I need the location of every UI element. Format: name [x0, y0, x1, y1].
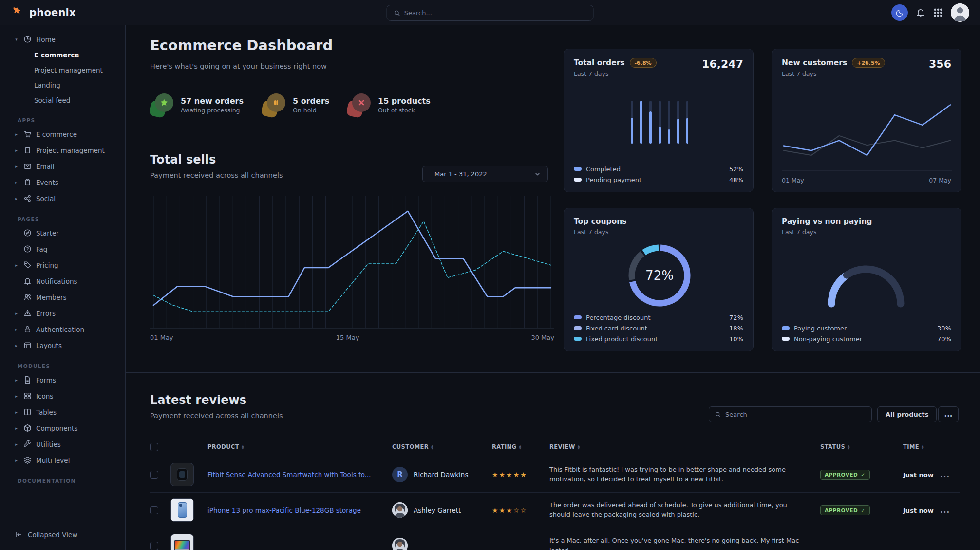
sidebar-item-layouts[interactable]: ▸Layouts	[0, 337, 125, 353]
card-title: Total orders	[574, 58, 625, 67]
sidebar-item-label: Events	[36, 179, 58, 186]
stat-icon-wrap	[262, 93, 285, 117]
date-range-select[interactable]: Mar 1 - 31, 2022	[422, 166, 548, 182]
stat-out-of-stock: 15 productsOut of stock	[347, 93, 431, 117]
star-icon	[155, 93, 173, 112]
column-label: TIME	[903, 443, 919, 450]
customer-avatar	[392, 502, 408, 518]
select-all-checkbox[interactable]	[150, 443, 158, 451]
sidebar-item-errors[interactable]: ▸Errors	[0, 305, 125, 321]
reviews-more-button[interactable]: ...	[938, 406, 959, 422]
caret-right-icon: ▸	[14, 394, 19, 399]
sidebar-item-members[interactable]: Members	[0, 289, 125, 305]
sidebar-item-components[interactable]: ▸Components	[0, 420, 125, 436]
grid4-icon	[23, 392, 32, 400]
reviews-search[interactable]	[709, 406, 872, 422]
collapsed-view-toggle[interactable]: Collapsed View	[0, 519, 125, 550]
caret-right-icon: ▸	[14, 263, 19, 268]
row-actions-button[interactable]: ...	[940, 470, 960, 479]
orders-bar-chart	[630, 101, 688, 145]
apps-grid-button[interactable]	[933, 8, 943, 18]
sidebar-item-label: Notifications	[36, 277, 77, 285]
sidebar-item-project-management[interactable]: ▸Project management	[0, 142, 125, 158]
layers-icon	[23, 456, 32, 464]
column-header-product[interactable]: PRODUCT▲▼	[207, 443, 392, 450]
sidebar-item-home[interactable]: ▾Home	[0, 31, 125, 47]
review-row-2: iPhone 13 pro max-Pacific Blue-128GB sto…	[150, 493, 960, 528]
profile-avatar[interactable]	[951, 3, 969, 22]
x-icon	[352, 93, 371, 112]
row-actions-button[interactable]: ...	[940, 506, 960, 514]
column-header-time[interactable]: TIME▲▼	[903, 443, 940, 450]
sidebar-item-label: Social	[36, 195, 56, 202]
column-header-rating[interactable]: RATING▲▼	[492, 443, 549, 450]
row-checkbox[interactable]	[150, 471, 158, 479]
notifications-button[interactable]	[916, 8, 925, 18]
sidebar-item-e-commerce[interactable]: E commerce	[0, 47, 125, 62]
total-sells-title: Total sells	[150, 153, 216, 166]
sidebar-item-authentication[interactable]: ▸Authentication	[0, 321, 125, 337]
legend-item-completed: Completed52%	[574, 164, 743, 174]
sidebar-item-landing[interactable]: Landing	[0, 77, 125, 92]
all-products-filter-button[interactable]: All products	[877, 406, 937, 422]
bell-icon	[916, 8, 925, 18]
top-navbar: phoenix	[0, 0, 980, 25]
search-icon	[715, 411, 721, 418]
stat-on-hold: 5 ordersOn hold	[262, 93, 329, 117]
check-icon: ✓	[861, 472, 865, 477]
rating-stars: ★★★★★	[492, 471, 549, 478]
pie-icon	[23, 35, 32, 43]
sidebar-item-utilities[interactable]: ▸Utilities	[0, 436, 125, 452]
reviews-search-input[interactable]	[725, 411, 866, 418]
caret-down-icon: ▾	[14, 37, 19, 42]
sidebar-item-label: Layouts	[36, 342, 62, 349]
sidebar-item-e-commerce[interactable]: ▸E commerce	[0, 126, 125, 142]
legend-value: 48%	[729, 176, 743, 183]
stat-icon-wrap	[347, 93, 371, 117]
stat-label: Out of stock	[378, 107, 431, 114]
sidebar-item-pricing[interactable]: ▸Pricing	[0, 257, 125, 273]
global-search[interactable]	[387, 5, 594, 21]
caret-right-icon: ▸	[14, 458, 19, 463]
caret-right-icon: ▸	[14, 180, 19, 185]
layout-icon	[23, 341, 32, 349]
sidebar-item-email[interactable]: ▸Email	[0, 158, 125, 174]
file-icon	[23, 376, 32, 384]
product-link[interactable]: iPhone 13 pro max-Pacific Blue-128GB sto…	[207, 506, 383, 514]
sidebar-item-social-feed[interactable]: Social feed	[0, 92, 125, 108]
sort-icon: ▲▼	[431, 444, 433, 449]
product-link[interactable]: Fitbit Sense Advanced Smartwatch with To…	[207, 471, 383, 478]
sidebar-item-events[interactable]: ▸Events	[0, 174, 125, 190]
row-checkbox[interactable]	[150, 542, 158, 550]
brand[interactable]: phoenix	[0, 6, 76, 19]
dark-mode-toggle[interactable]	[891, 4, 908, 21]
legend-swatch	[574, 326, 582, 330]
column-header-review[interactable]: REVIEW▲▼	[549, 443, 820, 450]
pause-icon	[267, 93, 285, 112]
legend-swatch	[782, 326, 790, 330]
rating-stars: ★★★☆☆	[492, 506, 549, 514]
sidebar-item-starter[interactable]: Starter	[0, 225, 125, 241]
new-customers-svg	[782, 94, 952, 174]
legend-item-paying-customer: Paying customer30%	[782, 323, 951, 333]
column-header-customer[interactable]: CUSTOMER▲▼	[392, 443, 492, 450]
sidebar-item-tables[interactable]: ▸Tables	[0, 404, 125, 420]
sidebar-item-label: Icons	[36, 392, 53, 400]
sidebar-item-forms[interactable]: ▸Forms	[0, 372, 125, 388]
sort-icon: ▲▼	[578, 444, 580, 449]
stat-text: 5 ordersOn hold	[293, 96, 329, 114]
collapse-icon	[15, 531, 22, 539]
sidebar-item-icons[interactable]: ▸Icons	[0, 388, 125, 404]
legend-label: Fixed product discount	[586, 335, 725, 343]
sidebar-item-project-management[interactable]: Project management	[0, 62, 125, 77]
caret-right-icon: ▸	[14, 196, 19, 201]
warning-icon	[23, 309, 32, 317]
sidebar-item-notifications[interactable]: Notifications	[0, 273, 125, 289]
sidebar-item-faq[interactable]: Faq	[0, 241, 125, 257]
legend-swatch	[574, 315, 582, 319]
sidebar-item-multi-level[interactable]: ▸Multi level	[0, 452, 125, 468]
row-checkbox[interactable]	[150, 506, 158, 514]
column-header-status[interactable]: STATUS▲▼	[820, 443, 903, 450]
sidebar-item-social[interactable]: ▸Social	[0, 190, 125, 206]
global-search-input[interactable]	[404, 9, 586, 17]
